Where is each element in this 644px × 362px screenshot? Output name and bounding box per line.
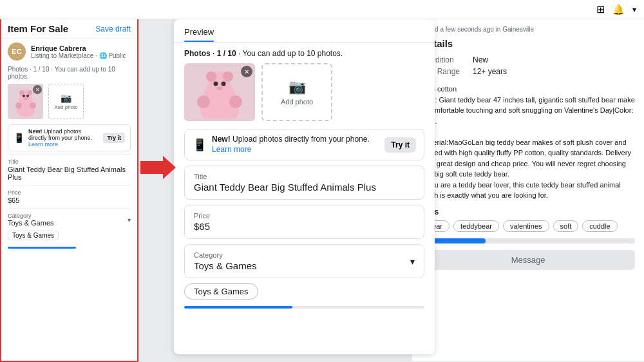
phone-icon: 📱 <box>14 133 24 143</box>
photos-count-label: Photos · 1 / 10 · You can add up to 10 p… <box>1 64 137 81</box>
preview-photos-label: Photos · 1 / 10 · You can add up to 10 p… <box>184 49 424 58</box>
user-details: Enrique Cabrera Listing to Marketplace ·… <box>31 44 126 59</box>
price-field-small: Price $65 <box>1 187 137 206</box>
preview-add-photo-icon: 📷 <box>289 79 306 95</box>
tag-valentines[interactable]: valentines <box>503 220 549 232</box>
add-photo-icon: 📷 <box>61 93 71 103</box>
svg-point-15 <box>223 71 233 82</box>
bell-icon[interactable]: 🔔 <box>612 4 625 15</box>
learn-more-link[interactable]: Learn more <box>28 141 58 148</box>
tag-teddybear[interactable]: teddybear <box>453 220 499 232</box>
try-it-button-small[interactable]: Try it <box>103 133 125 143</box>
toys-tag-small: Toys & Games <box>1 229 137 242</box>
tag-cuddle[interactable]: cuddle <box>582 220 617 232</box>
left-panel-header: Item For Sale Save draft <box>1 19 137 39</box>
price-label-small: Price <box>8 189 131 196</box>
preview-photo-main: ✕ <box>184 63 255 121</box>
preview-title-value: Giant Teddy Bear Big Stuffed Animals Plu… <box>194 182 415 193</box>
preview-category-label: Category <box>194 251 410 259</box>
condition-row: Condition New <box>421 54 635 66</box>
preview-price-label: Price <box>194 212 415 220</box>
preview-upload-banner: 📱 New! Upload photos directly from your … <box>184 129 424 160</box>
panel-title: Item For Sale <box>8 23 68 34</box>
photo-thumbnail: ✕ <box>8 84 43 119</box>
category-label-small: Category <box>8 213 54 219</box>
photo-close-icon[interactable]: ✕ <box>33 85 42 94</box>
preview-title-card: Title Giant Teddy Bear Big Stuffed Anima… <box>184 166 424 200</box>
preview-add-photo-label: Add photo <box>281 98 313 106</box>
account-chevron-icon[interactable]: ▾ <box>632 5 636 14</box>
toys-games-tag-small: Toys & Games <box>8 231 59 240</box>
preview-add-photo-button[interactable]: 📷 Add photo <box>261 63 332 121</box>
svg-point-17 <box>222 82 226 86</box>
title-field-small: Title Giant Teddy Bear Big Stuffed Anima… <box>1 157 137 183</box>
svg-point-7 <box>24 97 28 100</box>
upload-body: Upload photos directly from your phone. <box>232 135 370 144</box>
condition-value: New <box>473 54 635 66</box>
grid-icon[interactable]: ⊞ <box>596 3 605 15</box>
svg-point-4 <box>27 90 32 95</box>
preview-toys-tag-container: Toys & Games <box>184 283 424 300</box>
category-arrow-icon: ▾ <box>128 216 131 224</box>
add-photo-button[interactable]: 📷 Add photo <box>48 84 84 119</box>
user-subtitle: Listing to Marketplace · 🌐 Public <box>31 52 126 59</box>
preview-category-arrow-icon: ▾ <box>410 256 415 267</box>
top-bar: ⊞ 🔔 ▾ <box>0 0 644 19</box>
age-range-row: Age Range 12+ years <box>421 66 635 77</box>
progress-bar-small <box>8 247 76 249</box>
preview-photos-section: Photos · 1 / 10 · You can add up to 10 p… <box>174 43 435 126</box>
save-draft-button[interactable]: Save draft <box>95 24 131 33</box>
preview-try-it-button[interactable]: Try it <box>384 137 416 153</box>
photos-row: ✕ 📷 Add photo <box>1 81 137 122</box>
preview-progress-bar-container <box>184 306 424 309</box>
svg-point-9 <box>30 102 36 109</box>
arrow-svg <box>140 156 176 179</box>
svg-point-19 <box>197 95 210 108</box>
preview-toys-tag[interactable]: Toys & Games <box>184 283 258 300</box>
price-value-small: $65 <box>8 196 131 204</box>
preview-upload-text: New! Upload photos directly from your ph… <box>212 135 379 155</box>
svg-point-6 <box>26 95 29 97</box>
preview-title-label: Title <box>194 173 415 180</box>
notification-text: Listed a few seconds ago in Gainesville <box>421 26 635 33</box>
message-button[interactable]: Message <box>421 250 635 270</box>
preview-photo-close[interactable]: ✕ <box>241 66 252 77</box>
preview-price-value: $65 <box>194 221 415 232</box>
photos-count-bold: Photos · 1 / 10 <box>184 49 236 58</box>
preview-photos-row: ✕ 📷 Add photo <box>184 63 424 121</box>
svg-marker-10 <box>140 156 176 179</box>
svg-point-20 <box>229 95 242 108</box>
add-photo-label: Add photo <box>54 104 77 110</box>
avatar: EC <box>8 43 26 61</box>
svg-point-18 <box>216 86 223 90</box>
svg-point-3 <box>19 90 24 95</box>
svg-point-8 <box>15 102 22 109</box>
new-label: New! <box>212 135 231 144</box>
title-value-small: Giant Teddy Bear Big Stuffed Animals Plu… <box>8 166 131 181</box>
svg-point-16 <box>214 82 218 86</box>
preview-tab-header: Preview <box>174 19 435 43</box>
preview-price-card: Price $65 <box>184 205 424 239</box>
arrow-indicator <box>138 155 177 180</box>
rating-bar <box>421 238 635 243</box>
preview-learn-more-link[interactable]: Learn more <box>212 145 251 154</box>
preview-tab-label[interactable]: Preview <box>184 27 214 42</box>
user-info-section: EC Enrique Cabrera Listing to Marketplac… <box>1 39 137 64</box>
tags-container: bear teddybear valentines soft cuddle <box>421 220 635 232</box>
title-label-small: Title <box>8 158 131 165</box>
photos-count-rest: · You can add up to 10 photos. <box>238 49 343 58</box>
details-title: Details <box>421 38 635 49</box>
svg-point-5 <box>23 95 25 97</box>
tags-label: Tags <box>421 207 635 216</box>
preview-progress-bar-fill <box>184 306 292 309</box>
preview-panel: Preview Photos · 1 / 10 · You can add up… <box>174 19 435 354</box>
category-field-small: Category Toys & Games ▾ <box>1 211 137 229</box>
tag-soft[interactable]: soft <box>553 220 579 232</box>
category-value-small: Toys & Games <box>8 219 54 227</box>
left-panel: ✕ f Item For Sale Save draft EC Enrique … <box>0 0 138 362</box>
svg-point-14 <box>206 71 216 82</box>
preview-phone-icon: 📱 <box>193 138 207 152</box>
upload-text: New! Upload photos directly from your ph… <box>28 128 99 148</box>
preview-category-card[interactable]: Category Toys & Games ▾ <box>184 244 424 278</box>
description-text: 80% cotton Size: Giant teddy bear 47 inc… <box>421 84 635 201</box>
